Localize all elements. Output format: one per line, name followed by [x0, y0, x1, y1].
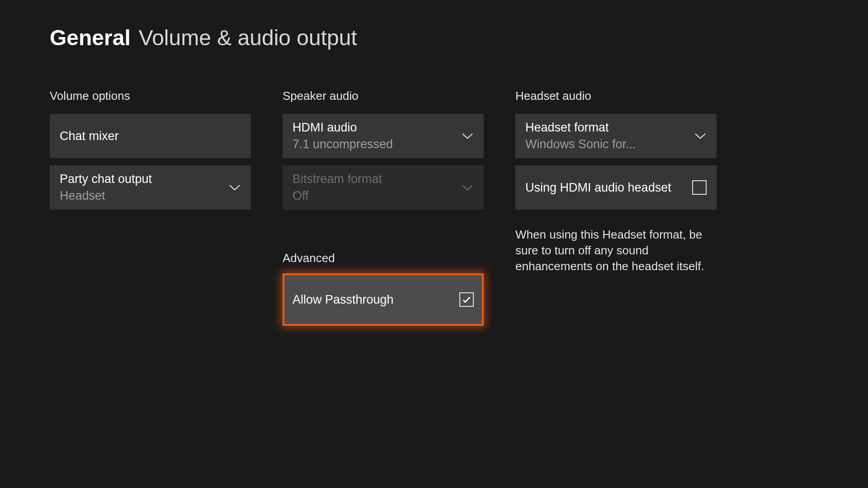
columns: Volume options Chat mixer Party chat out…: [50, 89, 818, 333]
checkbox-unchecked-icon: [692, 180, 707, 195]
page-title: Volume & audio output: [139, 25, 357, 50]
column-volume-options: Volume options Chat mixer Party chat out…: [50, 89, 251, 333]
hdmi-audio-label: HDMI audio: [292, 121, 393, 135]
chevron-down-icon: [694, 130, 707, 142]
chevron-down-icon: [461, 130, 474, 142]
headset-format-label: Headset format: [525, 121, 636, 135]
chevron-down-icon: [461, 181, 474, 194]
settings-page: General Volume & audio output Volume opt…: [0, 0, 868, 358]
column-speaker-audio: Speaker audio HDMI audio 7.1 uncompresse…: [283, 89, 484, 333]
party-chat-output-dropdown[interactable]: Party chat output Headset: [50, 165, 251, 210]
chevron-down-icon: [228, 181, 241, 194]
breadcrumb: General Volume & audio output: [50, 25, 818, 50]
breadcrumb-section: General: [50, 25, 131, 50]
column-headset-audio: Headset audio Headset format Windows Son…: [515, 89, 717, 333]
bitstream-format-label: Bitstream format: [292, 172, 382, 186]
section-title-headset-audio: Headset audio: [515, 89, 717, 103]
chat-mixer-label: Chat mixer: [60, 129, 119, 143]
section-title-speaker-audio: Speaker audio: [283, 89, 484, 103]
allow-passthrough-label: Allow Passthrough: [292, 293, 394, 307]
party-chat-output-label: Party chat output: [60, 172, 152, 186]
party-chat-output-value: Headset: [60, 189, 152, 203]
headset-help-text: When using this Headset format, be sure …: [515, 227, 717, 274]
chat-mixer-button[interactable]: Chat mixer: [50, 114, 251, 158]
bitstream-format-value: Off: [292, 189, 382, 203]
headset-format-dropdown[interactable]: Headset format Windows Sonic for...: [515, 114, 717, 158]
section-title-advanced: Advanced: [283, 251, 484, 265]
allow-passthrough-checkbox[interactable]: Allow Passthrough: [283, 273, 484, 326]
hdmi-audio-dropdown[interactable]: HDMI audio 7.1 uncompressed: [283, 114, 484, 158]
headset-format-value: Windows Sonic for...: [525, 137, 636, 151]
bitstream-format-dropdown: Bitstream format Off: [283, 165, 484, 210]
using-hdmi-audio-headset-label: Using HDMI audio headset: [525, 181, 671, 195]
using-hdmi-audio-headset-checkbox[interactable]: Using HDMI audio headset: [515, 165, 717, 210]
section-title-volume-options: Volume options: [50, 89, 251, 103]
hdmi-audio-value: 7.1 uncompressed: [292, 137, 393, 151]
checkbox-checked-icon: [459, 292, 474, 307]
